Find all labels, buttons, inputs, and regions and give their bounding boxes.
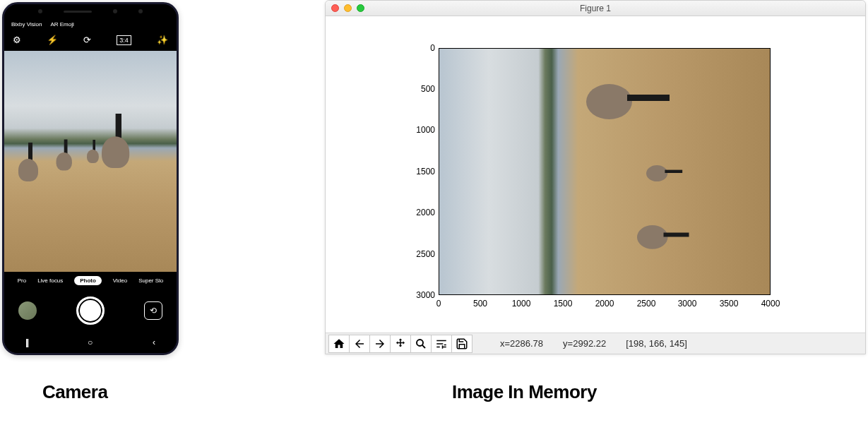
back-arrow-icon[interactable]: [349, 335, 370, 353]
back-button[interactable]: ‹: [153, 337, 155, 347]
ar-emoji-link[interactable]: AR Emoji: [50, 21, 73, 28]
cursor-readout: x=2286.78 y=2992.22 [198, 166, 145]: [500, 338, 687, 349]
caption-memory: Image In Memory: [452, 381, 597, 403]
xtick-label: 2000: [595, 299, 614, 309]
ytick-label: 1000: [407, 125, 435, 135]
ytick-label: 2500: [407, 249, 435, 259]
xtick-label: 1500: [554, 299, 573, 309]
close-button[interactable]: [331, 4, 339, 12]
maximize-button[interactable]: [357, 4, 364, 12]
cursor-rgb: [198, 166, 145]: [626, 338, 687, 349]
shutter-button[interactable]: [76, 297, 105, 325]
ytick-label: 2000: [407, 208, 435, 217]
window-titlebar[interactable]: Figure 1: [326, 1, 865, 16]
sensor-icon: [113, 9, 117, 13]
mode-super-slo[interactable]: Super Slo: [138, 277, 163, 284]
xtick-label: 3500: [720, 299, 739, 309]
goose-icon: [102, 114, 136, 168]
matplotlib-toolbar: x=2286.78 y=2992.22 [198, 166, 145]: [326, 333, 865, 354]
forward-arrow-icon[interactable]: [369, 335, 391, 353]
sensor-icon: [38, 9, 42, 13]
goose-icon: [87, 140, 102, 163]
camera-viewfinder[interactable]: [4, 51, 177, 272]
sensor-icon: [138, 9, 143, 13]
plot-axes[interactable]: [439, 48, 771, 295]
cursor-y: y=2992.22: [563, 338, 606, 349]
goose-icon: [586, 56, 646, 197]
window-title: Figure 1: [326, 4, 865, 13]
xtick-label: 500: [473, 299, 487, 309]
phone-screen: Bixby Vision AR Emoji ⚙ ⚡ ⟳ 3:4 ✨ Pro Li…: [4, 4, 177, 353]
android-nav-bar: ||| ○ ‹: [4, 332, 177, 353]
speaker-icon: [64, 11, 92, 13]
minimize-button[interactable]: [344, 4, 352, 12]
home-button[interactable]: ○: [88, 337, 93, 347]
xtick-label: 2500: [637, 299, 656, 309]
switch-camera-button[interactable]: ⟲: [144, 301, 162, 320]
zoom-icon[interactable]: [410, 335, 432, 353]
recents-button[interactable]: |||: [25, 337, 28, 347]
ratio-icon[interactable]: 3:4: [117, 35, 131, 45]
svg-point-0: [417, 340, 423, 346]
matplotlib-window: Figure 1 0 500 1000 1500 2000 2500 3000 …: [325, 0, 866, 354]
xtick-label: 4000: [761, 299, 780, 309]
save-icon[interactable]: [451, 335, 472, 353]
ytick-label: 0: [407, 43, 435, 53]
mode-live-focus[interactable]: Live focus: [37, 277, 63, 284]
timer-icon[interactable]: ⟳: [83, 35, 91, 45]
ytick-label: 1500: [407, 167, 435, 176]
pan-icon[interactable]: [390, 335, 411, 353]
gallery-thumbnail[interactable]: [18, 301, 37, 320]
goose-icon: [18, 143, 43, 181]
mode-video[interactable]: Video: [113, 277, 127, 284]
ytick-label: 3000: [407, 290, 435, 300]
phone-notch: [4, 4, 177, 18]
mode-pro[interactable]: Pro: [18, 277, 26, 284]
plot-area[interactable]: 0 500 1000 1500 2000 2500 3000 0 500 100…: [326, 16, 865, 333]
bixby-link[interactable]: Bixby Vision: [11, 21, 42, 28]
camera-mode-selector[interactable]: Pro Live focus Photo Video Super Slo: [4, 272, 177, 289]
caption-camera: Camera: [42, 381, 107, 403]
xtick-label: 1000: [512, 299, 531, 309]
home-icon[interactable]: [328, 335, 350, 353]
camera-controls-row: ⚙ ⚡ ⟳ 3:4 ✨: [4, 30, 177, 51]
camera-bottom-bar: ⟲: [4, 289, 177, 332]
filter-icon[interactable]: ✨: [157, 35, 168, 45]
cursor-x: x=2286.78: [500, 338, 543, 349]
window-controls: [331, 4, 364, 12]
goose-icon: [57, 140, 76, 171]
ytick-label: 500: [407, 84, 435, 94]
xtick-label: 0: [436, 299, 441, 309]
flash-icon[interactable]: ⚡: [47, 35, 58, 45]
xtick-label: 3000: [678, 299, 697, 309]
gear-icon[interactable]: ⚙: [13, 35, 21, 45]
configure-icon[interactable]: [431, 335, 452, 353]
mode-photo[interactable]: Photo: [74, 276, 102, 285]
phone-mockup: Bixby Vision AR Emoji ⚙ ⚡ ⟳ 3:4 ✨ Pro Li…: [2, 2, 179, 355]
camera-top-links: Bixby Vision AR Emoji: [4, 18, 177, 30]
